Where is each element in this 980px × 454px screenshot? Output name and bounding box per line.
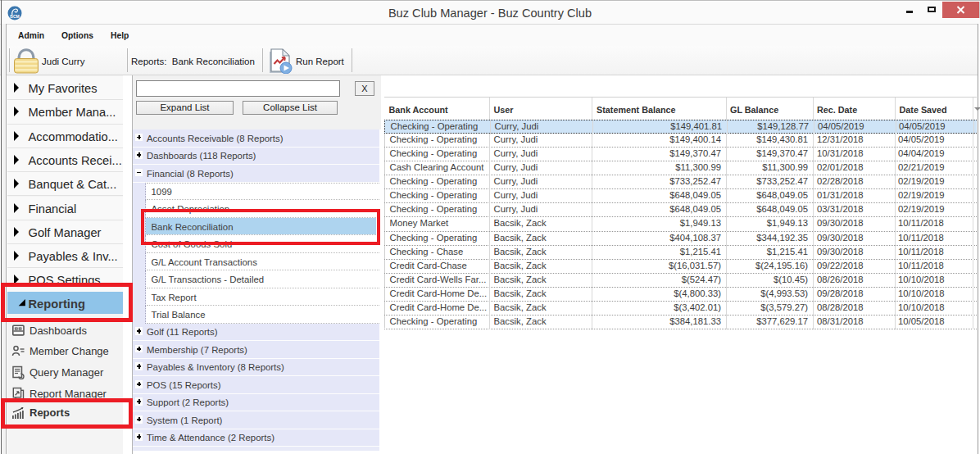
svg-text:BCM: BCM bbox=[10, 14, 19, 19]
